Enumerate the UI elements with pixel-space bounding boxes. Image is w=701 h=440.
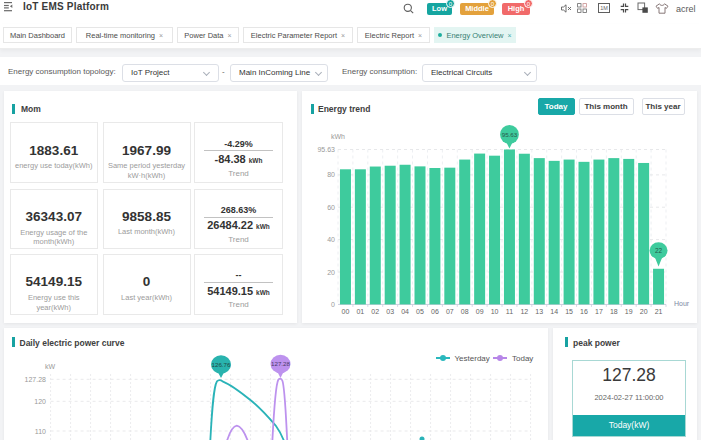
svg-text:22: 22 [655,247,663,254]
svg-text:17: 17 [595,308,603,315]
svg-text:kW: kW [45,363,56,370]
svg-text:126.76: 126.76 [212,361,231,368]
svg-text:00: 00 [342,308,350,315]
svg-text:18: 18 [610,308,618,315]
svg-text:40: 40 [327,236,335,243]
svg-text:21: 21 [655,308,663,315]
svg-text:Hour: Hour [674,300,690,307]
svg-text:15: 15 [565,308,573,315]
svg-text:20: 20 [327,269,335,276]
svg-text:110: 110 [35,428,46,435]
svg-text:95.63: 95.63 [502,131,518,138]
svg-text:Yesterday: Yesterday [455,354,490,363]
svg-text:11: 11 [506,308,513,315]
svg-text:1M: 1M [600,5,608,11]
svg-text:01: 01 [356,308,364,315]
svg-text:10: 10 [491,308,499,315]
svg-text:127.28: 127.28 [25,376,47,383]
svg-text:95.63: 95.63 [317,146,335,153]
svg-text:Today: Today [512,354,533,363]
svg-text:06: 06 [431,308,439,315]
svg-text:kWh: kWh [331,133,345,140]
svg-text:12: 12 [520,308,528,315]
svg-text:16: 16 [580,308,588,315]
svg-text:13: 13 [535,308,543,315]
svg-text:08: 08 [461,308,469,315]
svg-text:20: 20 [640,308,648,315]
svg-text:02: 02 [371,308,379,315]
svg-text:60: 60 [327,204,335,211]
svg-text:07: 07 [446,308,454,315]
svg-text:120: 120 [34,398,46,405]
svg-text:0: 0 [331,301,335,308]
svg-text:19: 19 [625,308,633,315]
svg-text:80: 80 [327,171,335,178]
svg-text:09: 09 [476,308,484,315]
svg-text:14: 14 [550,308,558,315]
svg-text:04: 04 [401,308,409,315]
svg-text:127.28: 127.28 [271,360,290,367]
svg-text:03: 03 [386,308,394,315]
svg-text:05: 05 [416,308,424,315]
